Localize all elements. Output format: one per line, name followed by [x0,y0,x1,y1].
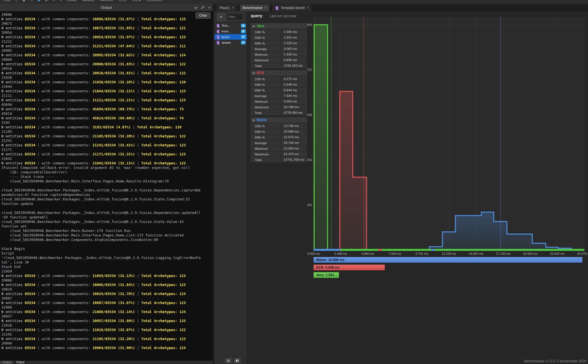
x-axis-tick-label: 22.030 ms [550,252,565,255]
stat-row: 10th %13.795 ms [251,123,307,129]
save-icon[interactable]: ▣ [22,0,25,2]
tab-benchmarker[interactable]: Benchmarker× [240,5,269,11]
stop-icon[interactable]: ■ [46,0,48,2]
stat-row: 50th %16.896 ms [251,129,307,134]
console-line: N entities 65534 | with common component… [1,328,213,332]
console-line: N entities 65534 | with common component… [1,53,213,57]
console-line: tal', Line 30 [1,260,213,265]
output-titlebar[interactable]: Output × [0,4,213,11]
run-benchmark-button[interactable] [241,35,246,39]
run-benchmark-button[interactable] [241,24,246,28]
benchmark-item-Tem[interactable]: Tem... [214,23,247,28]
stat-value: 13.795 ms [281,123,307,129]
redo-icon[interactable]: ↻ [30,0,33,2]
legend-bar-matter[interactable]: Matter: 16.896 ms [314,257,582,263]
stat-label: Total [251,111,281,115]
output-console[interactable]: 20886N entities 65534 | with common comp… [0,11,213,361]
stat-row: Total4778.496 ms [251,110,307,115]
section-name: ECR [257,71,264,75]
y-axis-tick-label: 727 [307,68,312,72]
tab-template-bench[interactable]: Template.bench× [272,5,312,11]
stat-value: 12.050 ms [281,146,307,151]
run-benchmark-button[interactable] [241,41,246,44]
console-line: 45614 [1,111,213,116]
stat-row: 50th %1.591 ms [251,35,307,40]
console-line: N entities 65534 | with common component… [1,292,213,296]
play-icon[interactable]: ▶ [38,0,40,2]
benchmark-item-label: spawn [222,41,241,44]
benchmark-item-inser[interactable]: inser... [214,28,247,34]
menu-plugins[interactable]: PLUGINS [147,0,162,2]
output-bottom-tab[interactable]: Output [14,361,27,364]
x-axis-tick-label: 9.791 ms [415,252,428,255]
tab-close-icon[interactable]: × [265,6,267,10]
tab-close-icon[interactable]: × [232,6,234,10]
y-axis-tick-label: 909 [307,23,312,26]
stat-label: 50th % [251,36,281,39]
rug-segment [378,249,382,251]
console-line: cloud_5853950046.Benchmarker.Main.Interf… [1,179,213,184]
docs-button[interactable] [234,358,241,363]
console-line: cloud_5853950046.Benchmarker.Components.… [1,238,213,242]
console-line: cloud_5853950046.Benchmarker.Main.Runner… [1,229,213,233]
benchmark-item-label: Tem... [222,24,241,27]
filter-input[interactable] [226,13,244,21]
clear-button[interactable]: Clear [196,12,211,19]
tab-close-icon[interactable]: × [307,6,309,10]
stat-label: 10th % [251,30,281,34]
script-icon [216,24,220,28]
benchmark-item-spawn[interactable]: spawn [214,40,247,45]
menu-test[interactable]: TEST [118,0,127,2]
tab-place1[interactable]: Place1× [217,5,237,11]
legend-label: Matter: 16.896 ms [314,258,345,262]
stat-row: Maximum10.798 ms [251,104,307,110]
clipboard-icon[interactable]: ▯ [15,0,17,2]
add-benchmark-button[interactable]: + [217,13,225,21]
console-line: N entities 65534 | with common component… [1,310,213,314]
console-line: cloud_5853950046.Benchmarker.Packages._I… [1,220,213,224]
play-icon [243,41,244,44]
stats-section-header-jecs[interactable]: Jecs [251,23,307,29]
undo-icon[interactable]: ↺ [52,0,55,2]
menu-home[interactable]: HOME [67,0,77,2]
stat-label: Maximum [251,59,281,62]
benchmark-item-query[interactable]: query [214,34,247,40]
menu-model[interactable]: MODEL [82,0,95,2]
legend-bar-jecs[interactable]: Jecs: 1.591... [314,272,339,278]
menu-view[interactable]: VIEW [132,0,141,2]
file-menu[interactable]: FILE [3,0,10,2]
console-line: 45694 [1,102,213,107]
benchmark-item-label: inser... [222,30,241,33]
run-benchmark-button[interactable] [241,29,246,33]
console-line: N entities 65534 | with common component… [1,35,213,39]
output-bottom-tab[interactable]: Output [0,361,14,364]
chevron-down-icon[interactable] [194,5,198,9]
console-line: 20985 [1,48,213,53]
console-line: Script [1,251,213,256]
console-line: 21060 [1,305,213,310]
stat-label: Maximum [251,106,281,109]
console-line: 21016 [1,323,213,328]
studio-toolbar: FILE ▯ ▣ ↻ ▶ ■ ↺ ▾ HOME MODEL AVATAR TES… [0,0,588,4]
results-panel: query Last run: just now Jecs10th %1.505… [247,11,588,364]
dock-icon[interactable] [201,6,204,9]
chevron-down-icon[interactable]: ▾ [60,0,62,2]
stats-table: Jecs10th %1.505 ms50th %1.591 ms90th %2.… [251,23,307,164]
stats-section-header-ecr[interactable]: ECR [251,70,307,76]
legend-bar-ecr[interactable]: ECR: 4.548 ms [314,265,385,270]
stats-section-header-matter[interactable]: Matter [251,117,307,123]
console-line: 20824 [1,287,213,292]
output-panel: Output × Clear 20886N entities 65534 | w… [0,4,214,364]
play-icon [243,30,244,32]
console-line: (ID: computedCallbackError) [1,170,213,175]
menu-avatar[interactable]: AVATAR [100,0,113,2]
console-line: cloud_5853950046.Benchmarker.Main.Interf… [1,233,213,238]
rug-segment [432,249,435,251]
settings-button[interactable]: ⚙ [225,358,232,363]
stat-value: 4778.496 ms [281,110,307,115]
close-icon[interactable]: × [208,6,211,10]
stat-label: 10th % [251,77,281,81]
histogram-chart[interactable]: 0.000 ms2.448 ms4.896 ms7.343 ms9.791 ms… [306,16,588,258]
console-line: N entities 65534 | with common component… [1,152,213,157]
console-line: 21105 [1,332,213,337]
